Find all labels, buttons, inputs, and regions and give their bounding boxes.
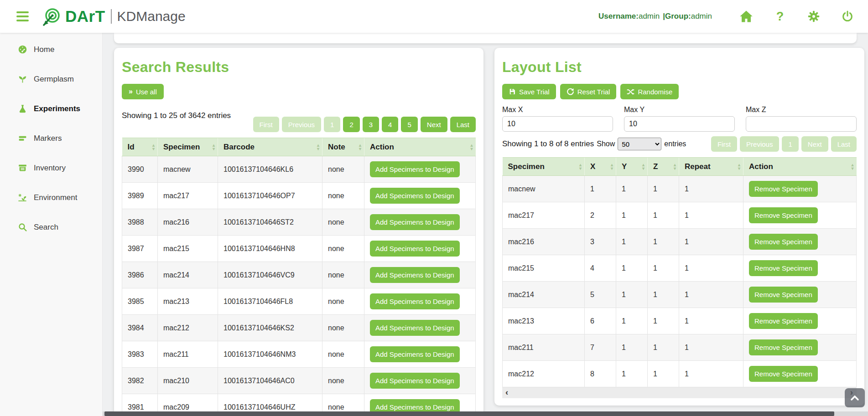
cell-specimen: mac214 bbox=[158, 262, 218, 288]
add-specimens-button[interactable]: Add Specimens to Design bbox=[370, 293, 460, 309]
page-5-button[interactable]: 5 bbox=[401, 117, 417, 132]
search-results-col-action[interactable]: Action▴▾ bbox=[364, 138, 476, 156]
search-results-col-specimen[interactable]: Specimen▴▾ bbox=[158, 138, 218, 156]
page-4-button[interactable]: 4 bbox=[382, 117, 398, 132]
page-next-button[interactable]: Next bbox=[421, 117, 447, 132]
sort-icon: ▴▾ bbox=[359, 144, 361, 151]
sidebar-item-markers[interactable]: Markers bbox=[0, 123, 102, 153]
page-first-button[interactable]: First bbox=[253, 117, 279, 132]
layout-list-row: mac2136111Remove Specimen bbox=[503, 308, 857, 334]
page-1-button[interactable]: 1 bbox=[782, 136, 798, 152]
remove-specimen-button[interactable]: Remove Specimen bbox=[749, 207, 818, 223]
remove-specimen-button[interactable]: Remove Specimen bbox=[749, 260, 818, 276]
layout-list-title: Layout List bbox=[502, 59, 857, 76]
layout-list-row: mac2163111Remove Specimen bbox=[503, 229, 857, 255]
page-first-button[interactable]: First bbox=[711, 136, 737, 152]
search-result-row: 3988mac21610016137104646ST2noneAdd Speci… bbox=[122, 209, 476, 236]
sort-icon: ▴▾ bbox=[642, 163, 645, 170]
brand-logo[interactable]: DArT KDManage bbox=[42, 6, 186, 26]
cell-repeat: 1 bbox=[679, 361, 743, 387]
sidebar-item-inventory[interactable]: Inventory bbox=[0, 153, 102, 183]
cell-specimen: mac213 bbox=[158, 288, 218, 315]
randomise-button[interactable]: Randomise bbox=[620, 84, 679, 99]
cell-id: 3982 bbox=[122, 368, 158, 394]
save-trial-button[interactable]: Save Trial bbox=[502, 84, 556, 99]
horizontal-scroll-strip[interactable]: ‹ › bbox=[502, 387, 857, 398]
settings-icon[interactable] bbox=[807, 10, 821, 23]
add-specimens-button[interactable]: Add Specimens to Design bbox=[370, 214, 460, 230]
column-header-label: Y bbox=[622, 162, 627, 171]
page-previous-button[interactable]: Previous bbox=[740, 136, 779, 152]
remove-specimen-button[interactable]: Remove Specimen bbox=[749, 313, 818, 329]
remove-specimen-button[interactable]: Remove Specimen bbox=[749, 287, 818, 303]
randomise-label: Randomise bbox=[638, 88, 672, 96]
cell-x: 7 bbox=[585, 334, 616, 361]
max-x-input[interactable] bbox=[502, 116, 613, 132]
sidebar-item-environment[interactable]: Environment bbox=[0, 183, 102, 212]
max-y-label: Max Y bbox=[624, 106, 735, 114]
remove-specimen-button[interactable]: Remove Specimen bbox=[749, 366, 818, 382]
home-icon[interactable] bbox=[739, 10, 753, 23]
cell-id: 3988 bbox=[122, 209, 158, 236]
layout-list-col-y[interactable]: Y▴▾ bbox=[616, 158, 648, 176]
chevron-left-icon[interactable]: ‹ bbox=[505, 387, 508, 398]
back-to-top-button[interactable] bbox=[845, 388, 865, 407]
search-results-col-note[interactable]: Note▴▾ bbox=[322, 138, 364, 156]
sidebar-item-search[interactable]: Search bbox=[0, 212, 102, 242]
layout-list-col-x[interactable]: X▴▾ bbox=[585, 158, 616, 176]
add-specimens-button[interactable]: Add Specimens to Design bbox=[370, 346, 460, 362]
cell-action: Remove Specimen bbox=[743, 308, 857, 334]
cell-action: Add Specimens to Design bbox=[364, 236, 476, 262]
remove-specimen-button[interactable]: Remove Specimen bbox=[749, 181, 818, 197]
sidebar-item-germplasm[interactable]: Germplasm bbox=[0, 64, 102, 94]
reset-trial-button[interactable]: Reset Trial bbox=[560, 84, 617, 99]
use-all-button[interactable]: »Use all bbox=[122, 84, 164, 99]
cell-action: Add Specimens to Design bbox=[364, 183, 476, 209]
cell-repeat: 1 bbox=[679, 308, 743, 334]
power-icon[interactable] bbox=[841, 10, 854, 23]
max-y-input[interactable] bbox=[624, 116, 735, 132]
page-1-button[interactable]: 1 bbox=[324, 117, 340, 132]
remove-specimen-button[interactable]: Remove Specimen bbox=[749, 339, 818, 355]
cell-z: 1 bbox=[648, 361, 679, 387]
remove-specimen-button[interactable]: Remove Specimen bbox=[749, 234, 818, 250]
sort-icon: ▴▾ bbox=[470, 144, 473, 151]
help-icon[interactable]: ? bbox=[773, 10, 787, 23]
column-header-label: Action bbox=[370, 143, 394, 151]
page-last-button[interactable]: Last bbox=[831, 136, 857, 152]
sidebar-item-home[interactable]: Home bbox=[0, 35, 102, 64]
add-specimens-button[interactable]: Add Specimens to Design bbox=[370, 161, 460, 177]
page-previous-button[interactable]: Previous bbox=[282, 117, 321, 132]
username-label: Username: bbox=[598, 12, 639, 21]
sidebar-item-experiments[interactable]: Experiments bbox=[0, 94, 102, 123]
add-specimens-button[interactable]: Add Specimens to Design bbox=[370, 188, 460, 204]
column-header-label: Note bbox=[328, 143, 345, 151]
search-results-col-barcode[interactable]: Barcode▴▾ bbox=[218, 138, 322, 156]
layout-list-col-action[interactable]: Action▴▾ bbox=[743, 158, 857, 176]
cell-specimen: mac214 bbox=[503, 282, 585, 308]
add-specimens-button[interactable]: Add Specimens to Design bbox=[370, 241, 460, 257]
page-next-button[interactable]: Next bbox=[801, 136, 828, 152]
add-specimens-button[interactable]: Add Specimens to Design bbox=[370, 320, 460, 336]
cell-id: 3987 bbox=[122, 236, 158, 262]
page-3-button[interactable]: 3 bbox=[363, 117, 379, 132]
max-z-input[interactable] bbox=[746, 116, 857, 132]
plant-icon bbox=[17, 193, 27, 203]
add-specimens-button[interactable]: Add Specimens to Design bbox=[370, 373, 460, 389]
cell-barcode: 10016137104646HN8 bbox=[218, 236, 322, 262]
layout-list-col-specimen[interactable]: Specimen▴▾ bbox=[503, 158, 585, 176]
layout-list-col-repeat[interactable]: Repeat▴▾ bbox=[679, 158, 743, 176]
sidebar: HomeGermplasmExperimentsMarkersInventory… bbox=[0, 33, 103, 416]
search-result-row: 3983mac21110016137104646NM3noneAdd Speci… bbox=[122, 341, 476, 368]
page-2-button[interactable]: 2 bbox=[343, 117, 359, 132]
layout-list-row: mac2154111Remove Specimen bbox=[503, 255, 857, 282]
scrollbar-thumb[interactable] bbox=[104, 411, 834, 416]
search-results-col-id[interactable]: Id▴▾ bbox=[122, 138, 158, 156]
menu-icon[interactable] bbox=[16, 10, 30, 23]
page-size-select[interactable]: 50 bbox=[618, 138, 661, 150]
brand-app-text: KDManage bbox=[117, 9, 186, 24]
layout-list-col-z[interactable]: Z▴▾ bbox=[648, 158, 679, 176]
page-last-button[interactable]: Last bbox=[450, 117, 476, 132]
add-specimens-button[interactable]: Add Specimens to Design bbox=[370, 267, 460, 283]
cell-specimen: mac215 bbox=[158, 236, 218, 262]
